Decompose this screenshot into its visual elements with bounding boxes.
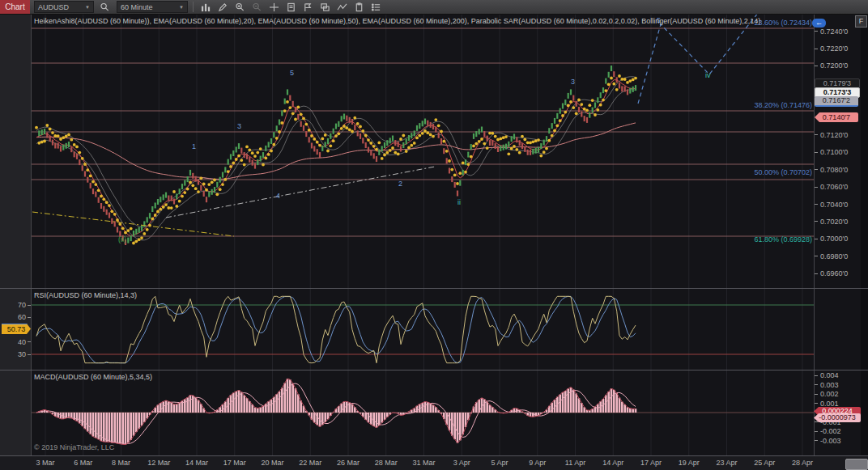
- instrument-search-button[interactable]: [97, 1, 113, 13]
- right-gutter: [861, 14, 868, 455]
- data-box-button[interactable]: [351, 1, 367, 13]
- rsi-axis-label: 40: [15, 338, 26, 346]
- date-axis-label: 28 Apr: [785, 459, 820, 467]
- date-axis-label: 11 Apr: [558, 459, 594, 467]
- price-marker-red: 0.7140'7: [815, 112, 858, 122]
- date-axis-label: 23 Apr: [709, 459, 745, 467]
- left-arrow-badge-icon[interactable]: ←: [812, 19, 826, 28]
- wave-label: 5: [290, 69, 294, 77]
- zigzag-line-icon: [337, 2, 347, 12]
- rsi-axis-tick: [28, 341, 31, 342]
- crosshair-button[interactable]: [266, 1, 282, 13]
- rsi-indicator-label: RSI(AUDUSD (60 Minute),14,3): [34, 291, 137, 299]
- date-axis-label: 9 Apr: [520, 459, 555, 467]
- wave-label: 3: [237, 122, 241, 130]
- crosshair-icon: [269, 2, 279, 12]
- price-axis-label: 0.7240'0: [820, 28, 848, 36]
- symbol-dropdown[interactable]: AUDUSD ▼: [34, 1, 94, 13]
- date-axis-label: 3 Mar: [28, 459, 63, 467]
- price-axis-tick: [815, 239, 818, 239]
- chart-windows-button[interactable]: [317, 1, 333, 13]
- bar-type-button[interactable]: [198, 1, 214, 13]
- price-axis-label: 0.7120'0: [820, 131, 848, 139]
- search-icon: [100, 2, 110, 12]
- data-series-button[interactable]: [283, 1, 299, 13]
- price-axis-label: 0.7000'0: [820, 235, 848, 243]
- date-axis-label: 17 Mar: [217, 459, 253, 467]
- date-axis-label: 5 Apr: [482, 459, 517, 467]
- macd-plot[interactable]: [31, 370, 814, 455]
- rsi-plot[interactable]: [31, 289, 814, 370]
- price-plot[interactable]: [31, 14, 814, 288]
- interval-dropdown[interactable]: 60 Minute ▼: [117, 1, 188, 13]
- symbol-value: AUDUSD: [38, 3, 69, 11]
- price-axis-tick: [815, 169, 818, 170]
- macd-marker-pink: -0.0000973: [814, 413, 861, 422]
- wave-label: 2: [398, 180, 402, 188]
- chart-tab[interactable]: Chart: [0, 0, 30, 14]
- date-axis-label: 6 Mar: [66, 459, 101, 467]
- date-axis-label: 26 Mar: [330, 459, 366, 467]
- date-axis-label: 28 Mar: [368, 459, 404, 467]
- bar-chart-icon: [201, 2, 211, 12]
- focus-button[interactable]: F: [855, 15, 867, 28]
- price-axis-tick: [815, 273, 818, 274]
- fib-label: 38.20% (0.71476): [754, 101, 812, 110]
- rsi-axis-label: 30: [15, 350, 26, 358]
- chevron-down-icon: ▼: [85, 5, 90, 10]
- price-axis-label: 0.6980'0: [820, 252, 848, 260]
- list-icon: [371, 2, 381, 12]
- macd-axis-tick: [815, 394, 818, 395]
- date-axis-label: 31 Mar: [406, 459, 442, 467]
- alerts-button[interactable]: [300, 1, 316, 13]
- zoom-out-button[interactable]: [249, 1, 265, 13]
- rsi-axis-label: 60: [15, 313, 26, 321]
- date-axis-label: 12 Mar: [141, 459, 177, 467]
- date-axis-label: 22 Mar: [292, 459, 328, 467]
- date-axis-label: 14 Mar: [179, 459, 215, 467]
- macd-axis-tick: [815, 375, 818, 376]
- macd-axis-tick: [815, 421, 818, 422]
- copyright-text: © 2019 NinjaTrader, LLC: [34, 443, 114, 451]
- rsi-value-marker: 50.73: [2, 324, 31, 334]
- date-axis-label: 20 Mar: [255, 459, 291, 467]
- chart-window: Chart AUDUSD ▼ 60 Minute ▼: [0, 0, 868, 470]
- wave-label: 1: [192, 142, 196, 150]
- macd-axis-tick: [815, 440, 818, 441]
- price-axis-tick: [815, 221, 818, 222]
- zoom-in-icon: [235, 2, 245, 12]
- macd-axis-label: 0.004: [820, 371, 839, 379]
- panel-splitter-macd-dates: [0, 455, 868, 456]
- price-axis-tick: [815, 152, 818, 153]
- pencil-icon: [218, 2, 228, 12]
- horizontal-scrollbar-thumb[interactable]: [845, 459, 868, 470]
- macd-axis-label: 0.002: [820, 390, 839, 398]
- rsi-axis-label: 70: [15, 301, 26, 309]
- wave-label: 3: [571, 78, 575, 86]
- price-indicator-label: HeikenAshi8(AUDUSD (60 Minute)), EMA(AUD…: [34, 17, 760, 25]
- date-axis-label: 8 Mar: [104, 459, 139, 467]
- interval-value: 60 Minute: [121, 3, 153, 11]
- price-axis-label: 0.7060'0: [820, 183, 848, 191]
- clipboard-icon: [354, 2, 364, 12]
- windows-icon: [320, 2, 330, 12]
- price-axis-tick: [815, 31, 818, 32]
- macd-axis-tick: [815, 403, 818, 404]
- panel-splitter-price-rsi[interactable]: [0, 288, 868, 289]
- price-axis-tick: [815, 134, 818, 135]
- macd-axis-label: 0.003: [820, 381, 839, 389]
- rsi-axis-tick: [28, 305, 31, 306]
- drawing-tools-button[interactable]: [215, 1, 231, 13]
- macd-axis-tick: [815, 431, 818, 432]
- left-axis-strip: [0, 14, 32, 470]
- chevron-down-icon: ▼: [179, 5, 184, 10]
- price-axis-tick: [815, 256, 818, 256]
- trendline-button[interactable]: [334, 1, 350, 13]
- panel-splitter-rsi-macd[interactable]: [0, 370, 868, 370]
- properties-button[interactable]: [368, 1, 384, 13]
- price-axis-tick: [815, 204, 818, 205]
- macd-axis-label: 0.001: [820, 400, 839, 408]
- zoom-in-button[interactable]: [232, 1, 248, 13]
- price-axis-label: 0.7220'0: [820, 44, 848, 53]
- price-axis-label: 0.7200'0: [820, 61, 848, 70]
